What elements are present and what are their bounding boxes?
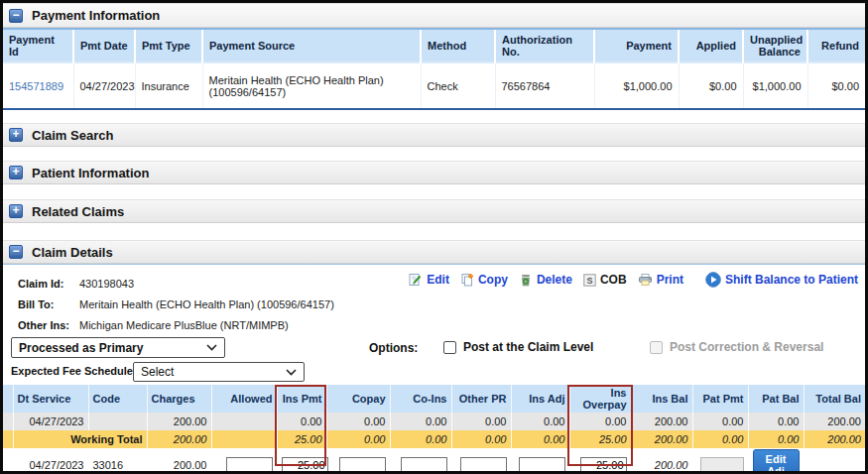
working-total-label: Working Total xyxy=(13,430,147,448)
col-ins-bal: Ins Bal xyxy=(631,385,692,413)
shift-balance-button[interactable]: Shift Balance to Patient xyxy=(705,272,858,288)
refund-cell: $0.00 xyxy=(807,62,865,108)
cob-label: COB xyxy=(600,273,627,287)
expand-icon[interactable]: + xyxy=(9,166,23,179)
section-header-claim-details[interactable]: − Claim Details xyxy=(3,240,865,264)
col-code: Code xyxy=(88,385,147,413)
col-method: Method xyxy=(421,29,495,62)
section-header-claim-search[interactable]: + Claim Search xyxy=(3,123,865,147)
claim-table: Dt Service Code Charges Allowed Ins Pmt … xyxy=(3,385,865,474)
post-claim-level-label: Post at the Claim Level xyxy=(463,340,593,354)
collapse-icon[interactable]: − xyxy=(9,9,23,23)
claim-details-fields: Claim Id: 430198043 Bill To: Meritain He… xyxy=(3,265,865,335)
allowed-input[interactable] xyxy=(226,457,273,474)
col-pmt-type: Pmt Type xyxy=(135,29,202,62)
section-header-patient-information[interactable]: + Patient Information xyxy=(3,161,865,184)
delete-icon xyxy=(519,273,533,287)
applied-cell: $0.00 xyxy=(679,62,743,108)
ins-adj-cell: 0.00 xyxy=(511,413,569,430)
delete-label: Delete xyxy=(537,273,572,287)
payment-amount-cell: $1,000.00 xyxy=(594,62,679,108)
section-header-related-claims[interactable]: + Related Claims xyxy=(3,199,865,223)
spacer xyxy=(3,223,865,240)
claim-table-header-row: Dt Service Code Charges Allowed Ins Pmt … xyxy=(3,385,865,413)
copay-input[interactable] xyxy=(339,457,386,474)
ins-pmt-total-cell: 25.00 xyxy=(277,430,326,448)
col-co-ins: Co-Ins xyxy=(390,385,451,413)
claim-actions: Edit Copy Delete S COB Print Shift Balan… xyxy=(398,272,858,288)
other-ins-row: Other Ins: Michigan Medicare PlusBlue (N… xyxy=(3,314,865,335)
ins-pmt-cell: 0.00 xyxy=(277,413,326,430)
spacer xyxy=(3,110,865,123)
total-bal-total-cell: 200.00 xyxy=(804,430,865,448)
col-spacer xyxy=(3,385,13,413)
delete-button[interactable]: Delete xyxy=(519,273,572,287)
edit-icon xyxy=(409,273,423,287)
dt-service-cell: 04/27/2023 xyxy=(13,413,88,430)
other-pr-cell: 0.00 xyxy=(451,413,511,430)
section-title: Related Claims xyxy=(32,204,124,219)
copay-cell: 0.00 xyxy=(326,413,390,430)
payment-source-line2: (100596/64157) xyxy=(209,86,415,98)
other-pr-input[interactable] xyxy=(460,457,507,474)
collapse-icon[interactable]: − xyxy=(9,245,23,259)
working-total-row: Working Total 200.00 25.00 0.00 0.00 0.0… xyxy=(3,430,865,448)
co-ins-cell: 0.00 xyxy=(390,413,451,430)
payment-table-header-row: Payment Id Pmt Date Pmt Type Payment Sou… xyxy=(3,29,865,62)
edit-adj-button[interactable]: Edit Adj xyxy=(753,449,800,474)
post-claim-level-checkbox[interactable] xyxy=(443,341,456,354)
payment-source-cell: Meritain Health (ECHO Health Plan) (1005… xyxy=(202,62,421,108)
expected-fee-schedule-label: Expected Fee Schedule: xyxy=(11,365,137,377)
charges-cell: 200.00 xyxy=(147,448,211,474)
total-bal-cell: 200.00 xyxy=(804,413,865,430)
copy-button[interactable]: Copy xyxy=(460,273,508,287)
copy-icon xyxy=(460,273,474,287)
expand-icon[interactable]: + xyxy=(9,204,23,218)
ins-adj-input[interactable] xyxy=(519,457,565,474)
edit-button[interactable]: Edit xyxy=(409,273,449,287)
payment-source-line1: Meritain Health (ECHO Health Plan) xyxy=(209,74,415,86)
service-line-row: 04/27/2023 33016 200.00 200.00 Edit Adj xyxy=(3,448,865,474)
col-pat-bal: Pat Bal xyxy=(748,385,804,413)
charges-total-cell: 200.00 xyxy=(147,430,211,448)
allowed-total-cell xyxy=(211,430,277,448)
section-header-payment-information[interactable]: − Payment Information xyxy=(3,3,865,28)
bill-to-row: Bill To: Meritain Health (ECHO Health Pl… xyxy=(3,294,865,314)
payment-id-link[interactable]: 154571889 xyxy=(9,80,63,92)
processed-as-value: Processed as Primary xyxy=(19,341,143,355)
ins-pmt-input[interactable] xyxy=(282,457,328,474)
shift-balance-label: Shift Balance to Patient xyxy=(725,273,858,287)
other-ins-label: Other Ins: xyxy=(18,319,79,331)
shift-balance-icon xyxy=(705,272,721,288)
authorization-no-cell: 76567864 xyxy=(495,62,594,108)
chevron-down-icon xyxy=(206,344,217,351)
payment-row: 154571889 04/27/2023 Insurance Meritain … xyxy=(3,62,865,108)
options-label: Options: xyxy=(369,341,418,355)
expected-fee-schedule-value: Select xyxy=(141,365,174,379)
bill-to-value: Meritain Health (ECHO Health Plan) (1005… xyxy=(79,298,334,310)
processed-as-select[interactable]: Processed as Primary xyxy=(11,337,225,358)
unapplied-balance-cell: $1,000.00 xyxy=(743,62,807,108)
print-icon xyxy=(638,273,653,287)
other-pr-total-cell: 0.00 xyxy=(451,430,511,448)
col-refund: Refund xyxy=(807,29,865,62)
expected-fee-schedule-select[interactable]: Select xyxy=(133,362,305,382)
co-ins-input[interactable] xyxy=(401,457,447,474)
pmt-type-cell: Insurance xyxy=(135,62,202,108)
col-ins-adj: Ins Adj xyxy=(511,385,569,413)
ins-overpay-input[interactable] xyxy=(580,457,627,474)
copy-label: Copy xyxy=(478,273,508,287)
print-button[interactable]: Print xyxy=(638,273,683,287)
claim-details-controls: Processed as Primary Options: Post at th… xyxy=(3,335,865,385)
chevron-down-icon xyxy=(286,369,297,376)
ins-bal-cell: 200.00 xyxy=(631,413,692,430)
expand-icon[interactable]: + xyxy=(9,128,23,142)
col-unapplied-balance: Unapplied Balance xyxy=(743,29,807,62)
col-authorization-no: Authorization No. xyxy=(495,29,594,62)
code-cell xyxy=(88,413,147,430)
payment-table: Payment Id Pmt Date Pmt Type Payment Sou… xyxy=(3,28,865,108)
cob-icon: S xyxy=(583,274,596,287)
pat-pmt-input xyxy=(700,457,744,474)
cob-button[interactable]: S COB xyxy=(583,273,627,287)
ins-bal-cell: 200.00 xyxy=(631,448,692,474)
